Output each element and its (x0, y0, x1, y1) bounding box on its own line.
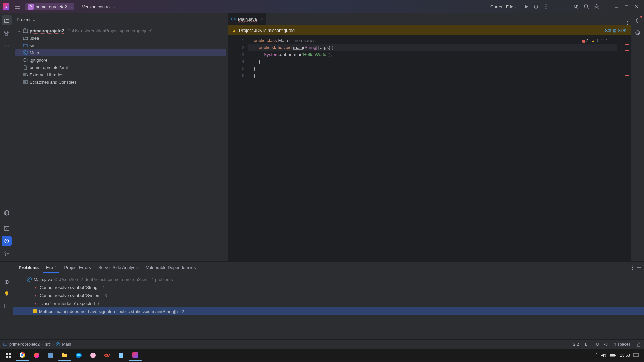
project-letter-icon: P (28, 4, 34, 10)
maximize-button[interactable] (622, 2, 631, 11)
tree-idea[interactable]: › .idea (15, 34, 226, 42)
run-button[interactable] (521, 2, 531, 11)
problem-item[interactable]: ! Method 'main()' does not have signatur… (13, 307, 644, 315)
tree-root[interactable]: ⌄ primeiroprojeto2 C:\Users\loren\IdeaPr… (15, 27, 226, 34)
tree-main[interactable]: C Main (15, 49, 226, 56)
structure-tool-button[interactable] (2, 28, 12, 38)
services-tool-button[interactable] (2, 208, 12, 218)
line-separator[interactable]: LF (585, 342, 590, 347)
breadcrumb-item[interactable]: src (45, 342, 51, 347)
problem-item[interactable]: ● 'class' or 'interface' expected :6 (13, 299, 644, 307)
project-panel-header[interactable]: Project (13, 13, 228, 25)
svg-rect-36 (6, 353, 8, 355)
edge-taskbar-icon[interactable] (72, 350, 85, 361)
run-config-selector[interactable]: Current File (488, 3, 521, 11)
expand-icon[interactable]: ⌄ (17, 29, 21, 33)
line-numbers: 1 2 3 4 5 6 (228, 36, 248, 261)
problem-item[interactable]: ● Cannot resolve symbol 'System' :3 (13, 291, 644, 299)
intellij-taskbar-icon[interactable] (129, 350, 142, 361)
expand-icon[interactable]: › (17, 36, 21, 40)
terminal-tool-button[interactable] (2, 223, 12, 233)
svg-point-17 (5, 254, 6, 256)
project-name-label: primeiroprojeto2 (36, 4, 67, 9)
search-button[interactable] (582, 2, 591, 11)
tabs-more-button[interactable] (627, 21, 628, 25)
svg-point-6 (596, 6, 597, 8)
settings-button[interactable] (592, 2, 601, 11)
error-marker[interactable] (625, 50, 629, 51)
code-editor[interactable]: 1 2 3 4 5 6 3 ▲1 ˄ ˅ public class Main {… (228, 36, 631, 261)
problems-tool-button[interactable] (2, 236, 12, 246)
chrome-taskbar-icon[interactable] (16, 350, 29, 361)
error-marker[interactable] (625, 75, 629, 76)
svg-point-18 (7, 253, 9, 254)
git-tool-button[interactable] (2, 249, 12, 259)
project-tool-button[interactable] (2, 15, 12, 25)
setup-sdk-link[interactable]: Setup SDK (605, 28, 627, 33)
problem-item[interactable]: ● Cannot resolve symbol 'String' :2 (13, 283, 644, 291)
open-editor-button[interactable] (2, 301, 11, 311)
titlebar: IJ P primeiroprojeto2 Version control Cu… (0, 0, 644, 13)
minimize-button[interactable] (612, 2, 621, 11)
error-stripe[interactable] (617, 36, 631, 261)
expand-icon[interactable]: ⌄ (17, 44, 21, 47)
battery-icon[interactable] (610, 353, 616, 357)
tree-gitignore[interactable]: .gitignore (15, 56, 226, 64)
error-marker[interactable] (625, 44, 629, 45)
debug-button[interactable] (531, 2, 541, 11)
intention-button[interactable] (2, 289, 11, 299)
problem-file-header[interactable]: C Main.java C:\Users\loren\IdeaProjects\… (13, 275, 644, 283)
svg-point-3 (546, 8, 547, 9)
close-button[interactable] (632, 2, 641, 11)
code-content[interactable]: 3 ▲1 ˄ ˅ public class Main { no usages p… (248, 36, 617, 261)
class-icon: C (56, 342, 60, 346)
version-control-menu[interactable]: Version control (79, 3, 118, 11)
tree-scratches[interactable]: Scratches and Consoles (15, 78, 226, 86)
app-taskbar-icon[interactable]: RSA (101, 350, 113, 361)
app-taskbar-icon[interactable] (115, 350, 127, 361)
tab-file[interactable]: File4 (43, 263, 59, 273)
tab-vulnerable-deps[interactable]: Vulnerable Dependencies (143, 263, 198, 273)
view-options-button[interactable] (2, 277, 11, 287)
problem-file-name: Main.java (34, 277, 52, 282)
explorer-taskbar-icon[interactable] (58, 350, 71, 361)
tab-close-button[interactable]: × (260, 16, 263, 22)
main-label: Main (30, 50, 39, 55)
more-tools-button[interactable] (2, 41, 12, 51)
project-selector[interactable]: P primeiroprojeto2 (25, 3, 74, 10)
caret-position[interactable]: 2:2 (573, 342, 579, 347)
start-button[interactable] (2, 350, 15, 361)
app-taskbar-icon[interactable] (44, 350, 57, 361)
panel-options-button[interactable] (632, 265, 633, 270)
problem-count: 4 problems (151, 277, 173, 282)
app-taskbar-icon[interactable] (30, 350, 43, 361)
notifications-button[interactable] (633, 15, 643, 25)
sound-icon[interactable] (601, 353, 606, 358)
more-actions-button[interactable] (541, 2, 551, 11)
app-taskbar-icon[interactable] (87, 350, 99, 361)
tray-expand-icon[interactable]: ˄ (596, 353, 598, 358)
tree-src[interactable]: ⌄ src (15, 42, 226, 49)
module-icon (3, 342, 7, 346)
tab-main-java[interactable]: C Main.java × (228, 13, 266, 25)
class-icon: C (23, 50, 28, 55)
ai-assistant-button[interactable] (633, 27, 643, 38)
action-center-icon[interactable] (633, 353, 639, 358)
class-icon: C (27, 277, 32, 282)
code-with-me-button[interactable] (572, 2, 581, 11)
tree-iml[interactable]: primeiroprojeto2.iml (15, 64, 226, 71)
breadcrumb-item[interactable]: primeiroprojeto2 (9, 342, 40, 347)
clock[interactable]: 13:53 (620, 353, 630, 358)
tree-external[interactable]: › External Libraries (15, 71, 226, 78)
breadcrumb-item[interactable]: Main (62, 342, 71, 347)
tab-server-analysis[interactable]: Server-Side Analysis (96, 263, 141, 273)
tab-project-errors[interactable]: Project Errors (61, 263, 93, 273)
indent-info[interactable]: 4 spaces (614, 342, 631, 347)
main-menu-button[interactable] (13, 2, 22, 11)
problem-text: Cannot resolve symbol 'String' (40, 285, 98, 290)
expand-icon[interactable]: › (17, 73, 21, 77)
readonly-toggle[interactable] (637, 342, 641, 347)
svg-point-4 (575, 5, 577, 7)
encoding[interactable]: UTF-8 (596, 342, 608, 347)
hide-panel-button[interactable] (637, 265, 641, 270)
